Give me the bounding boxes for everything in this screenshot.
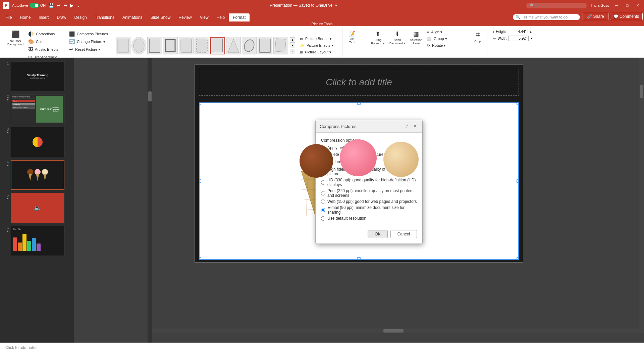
tab-draw[interactable]: Draw [53,13,70,21]
notes-bar[interactable]: Click to add notes [0,343,644,352]
bring-forward-button[interactable]: ⬆ BringForward ▾ [369,29,387,46]
scroll-bar-bottom[interactable] [148,328,639,333]
change-picture-button[interactable]: 🔄 Change Picture ▾ [67,38,110,45]
tab-file[interactable]: File [1,13,16,21]
group-button[interactable]: ⬜ Group ▾ [425,36,465,42]
slide-thumb-4[interactable]: 4 ★ [1,159,72,191]
color-button[interactable]: 🎨 Color [26,38,66,45]
slide-image-5[interactable]: 🔈 [11,193,64,223]
dropdown-arrow[interactable]: ▾ [335,3,337,8]
rotate-button[interactable]: ↻ Rotate ▾ [425,42,465,49]
slide-image-area[interactable]: Compress Pictures ? ✕ Compression option… [199,102,519,260]
ps-thumb-7[interactable] [210,37,225,54]
tab-review[interactable]: Review [174,13,196,21]
ps-scroll-up[interactable]: ▲ [290,37,295,43]
autosave-toggle[interactable] [30,3,39,8]
selection-pane-button[interactable]: ▦ SelectionPane [408,29,424,46]
canvas-area[interactable]: Click to add title [74,58,644,343]
send-backward-button[interactable]: ⬇ SendBackward ▾ [387,29,407,46]
handle-bottom-right[interactable] [517,257,519,260]
slide-thumb-3[interactable]: 3 ★ [1,126,72,158]
dialog-cancel-button[interactable]: Cancel [390,230,417,238]
width-input[interactable] [508,36,529,41]
ps-thumb-5[interactable] [179,37,194,54]
handle-top-left[interactable] [199,102,201,105]
tab-help[interactable]: Help [213,13,229,21]
tab-animations[interactable]: Animations [118,13,146,21]
dialog-ok-button[interactable]: OK [368,230,387,238]
slide-image-2[interactable]: Steps to Safety Training Sign In Find a … [11,94,64,124]
slide-image-3[interactable] [11,127,64,157]
artistic-effects-button[interactable]: 🖼 Artistic Effects [26,46,66,53]
ps-thumb-10[interactable] [258,37,272,54]
scroll-thumb-bottom[interactable] [383,329,404,333]
dialog-help-button[interactable]: ? [404,123,410,130]
ps-thumb-4[interactable] [163,37,178,54]
handle-top-right[interactable] [517,102,519,105]
present-icon[interactable]: ▶ [70,3,74,8]
ribbon-search-input[interactable] [522,15,576,19]
picture-border-button[interactable]: ▭ Picture Border ▾ [298,36,338,42]
picture-layout-button[interactable]: ⊞ Picture Layout ▾ [298,49,338,55]
customize-icon[interactable]: ⌄ [76,3,80,8]
slide-panel[interactable]: 1 Safety Training workplace safety 2 ★ S… [0,58,74,343]
width-spinup[interactable]: ▲ [530,37,533,40]
radio-web150-input[interactable] [321,200,325,204]
ps-thumb-6[interactable] [195,37,209,54]
slide-thumb-6[interactable]: 6 ★ Chart Title [1,225,72,257]
tab-slide-show[interactable]: Slide Show [146,13,174,21]
slide-image-1[interactable]: Safety Training workplace safety [11,61,64,91]
tab-transitions[interactable]: Transitions [91,13,118,21]
tab-view[interactable]: View [196,13,213,21]
picture-styles-scroll[interactable]: ▲ ▼ ⬦ [290,37,295,54]
reset-picture-button[interactable]: ↩ Reset Picture ▾ [67,46,110,53]
share-button[interactable]: 🔗 Share [583,13,608,20]
handle-bottom-center[interactable] [357,257,361,260]
top-search-input[interactable] [536,3,583,7]
handle-top-center[interactable] [357,102,361,105]
picture-effects-button[interactable]: ✨ Picture Effects ▾ [298,42,338,49]
ps-thumb-1[interactable] [116,37,130,54]
ps-scroll-down[interactable]: ▼ [290,43,295,48]
tab-home[interactable]: Home [16,13,35,21]
scroll-thumb-right[interactable] [640,85,643,98]
tab-insert[interactable]: Insert [35,13,53,21]
crop-button[interactable]: ⌗ Crop [471,29,484,44]
ps-thumb-2[interactable] [131,37,146,54]
handle-mid-left[interactable] [199,179,201,183]
ps-thumb-3[interactable] [147,37,162,54]
slide-title-placeholder[interactable]: Click to add title [199,69,519,96]
save-icon[interactable]: 💾 [48,3,54,8]
default-res-label[interactable]: Use default resolution [327,216,366,221]
slide-thumb-5[interactable]: 5 ★ 🔈 [1,192,72,224]
height-spinup[interactable]: ▲ [529,30,532,33]
tab-format[interactable]: Format [229,13,250,21]
ps-thumb-9[interactable] [242,37,257,54]
scroll-thumb-vertical[interactable] [148,91,152,101]
email96-label[interactable]: E-mail (96 ppi): minimize document size … [327,205,417,215]
alt-text-button[interactable]: 📝 AltText [345,29,359,45]
handle-mid-right[interactable] [517,179,519,183]
radio-print220-input[interactable] [321,191,325,195]
ps-thumb-11[interactable] [273,37,288,54]
corrections-button[interactable]: 🌓 Corrections [26,30,66,38]
slide-thumb-1[interactable]: 1 Safety Training workplace safety [1,60,72,92]
compress-pictures-button[interactable]: ⬛ Compress Pictures [67,30,110,38]
undo-icon[interactable]: ↩ [57,3,61,8]
close-button[interactable]: ✕ [635,2,641,9]
scroll-bar-right[interactable] [639,58,644,333]
hd330-label[interactable]: HD (330 ppi): good quality for high-defi… [327,178,417,187]
redo-icon[interactable]: ↪ [63,3,67,8]
ps-thumb-8[interactable] [226,37,241,54]
autosave-control[interactable]: AutoSave ON [12,3,46,8]
slide-image-6[interactable]: Chart Title [11,226,64,256]
radio-email96-input[interactable] [321,208,325,212]
minimize-button[interactable]: ─ [613,2,620,9]
remove-background-button[interactable]: ⬛ RemoveBackground [5,29,25,48]
height-input[interactable] [508,29,528,34]
web150-label[interactable]: Web (150 ppi): good for web pages and pr… [327,199,417,204]
align-button[interactable]: ≡ Align ▾ [425,29,465,35]
dialog-close-button[interactable]: ✕ [412,123,418,130]
radio-default-input[interactable] [321,216,325,221]
comments-button[interactable]: 💬 Comments [610,13,643,20]
